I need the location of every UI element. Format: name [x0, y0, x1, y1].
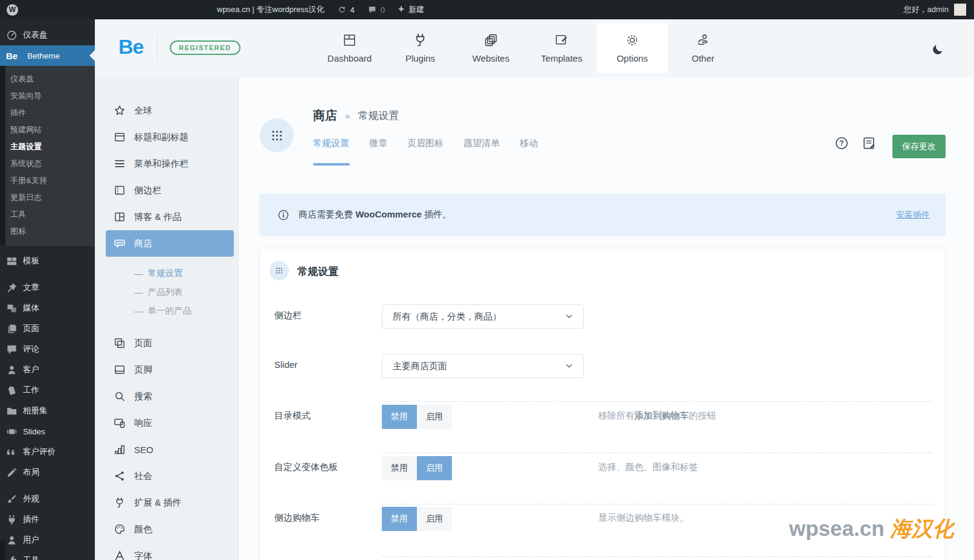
be-item-label: 页脚 — [134, 364, 152, 376]
sidebar-item-label: 工作 — [23, 385, 39, 396]
be-item-menu-actionbar[interactable]: 菜单和操作栏 — [95, 150, 238, 177]
sidebar-item-plugins[interactable]: 插件 — [0, 509, 95, 530]
betheme-logo-icon: Be — [6, 51, 22, 61]
banner-message: 商店需要免费 WooCommerce 插件。 — [298, 209, 451, 220]
dark-mode-toggle[interactable] — [931, 43, 947, 59]
field-label-sidebar: 侧边栏 — [274, 310, 302, 321]
person-icon — [6, 364, 18, 376]
moon-icon — [931, 43, 944, 56]
catalogue-enable-button[interactable]: 启用 — [417, 405, 452, 429]
sidebar-item-posts[interactable]: 文章 — [0, 277, 95, 298]
be-item-social[interactable]: 社会 — [95, 463, 238, 489]
sidebar-item-label: 工具 — [23, 555, 39, 560]
sidebar-item-works[interactable]: 工作 — [0, 380, 95, 401]
sidebar-item-comments[interactable]: 评论 — [0, 339, 95, 359]
share-icon — [114, 470, 126, 482]
swatches-enable-button[interactable]: 启用 — [417, 456, 452, 480]
be-item-seo[interactable]: SEO — [95, 436, 238, 463]
side-cart-disable-button[interactable]: 禁用 — [382, 507, 417, 531]
update-icon — [338, 5, 346, 14]
be-item-shop[interactable]: 商店 — [106, 230, 234, 257]
dash-bullet: — — [134, 288, 143, 297]
submenu-item-tools[interactable]: 工具 — [5, 206, 95, 223]
submenu-item-theme-options[interactable]: 主题设置 — [5, 138, 95, 155]
sidebar-item-tools[interactable]: 工具 — [0, 550, 95, 560]
banner-text-pre: 商店需要免费 — [298, 209, 355, 219]
nav-other[interactable]: Other — [668, 23, 738, 73]
star-icon — [114, 105, 126, 117]
bricks-icon — [6, 256, 18, 267]
be-item-blog-portfolio[interactable]: 博客 & 作品 — [95, 204, 238, 230]
comments-link[interactable]: 0 — [361, 0, 392, 19]
updates-link[interactable]: 4 — [331, 0, 361, 19]
avatar[interactable] — [954, 4, 966, 16]
be-item-fonts[interactable]: 字体 — [95, 542, 238, 560]
be-item-sidebar[interactable]: 侧边栏 — [95, 177, 238, 204]
page-title: 商店 — [313, 108, 337, 124]
field-label-side-cart: 侧边购物车 — [274, 512, 320, 524]
nav-dashboard[interactable]: Dashboard — [314, 23, 385, 73]
submenu-item-setup-wizard[interactable]: 安装向导 — [5, 88, 95, 105]
sidebar-item-pages[interactable]: 页面 — [0, 318, 95, 339]
be-item-footer[interactable]: 页脚 — [95, 356, 238, 383]
save-changes-button[interactable]: 保存更改 — [892, 135, 946, 158]
sidebar-select[interactable]: 所有（商店，分类，商品） — [382, 304, 584, 329]
be-item-search[interactable]: 搜索 — [95, 383, 238, 410]
nav-websites[interactable]: Websites — [456, 23, 526, 73]
tab-header-icons[interactable]: 页眉图标 — [407, 138, 443, 149]
submenu-item-icons[interactable]: 图标 — [5, 223, 95, 240]
nav-options[interactable]: Options — [597, 23, 668, 73]
submenu-item-plugins[interactable]: 插件 — [5, 105, 95, 121]
wp-logo-menu[interactable]: W — [0, 0, 25, 19]
be-item-addons-plugins[interactable]: 扩展 & 插件 — [95, 489, 238, 516]
be-item-title-subtitle[interactable]: 标题和副标题 — [95, 124, 238, 150]
shop-submenu-product-list[interactable]: — 产品列表 — [95, 283, 238, 301]
sidebar-item-appearance[interactable]: 外观 — [0, 489, 95, 509]
shop-submenu-label: 常规设置 — [148, 268, 183, 279]
changelog-button[interactable] — [862, 136, 876, 150]
sidebar-item-users[interactable]: 用户 — [0, 530, 95, 550]
site-name-link[interactable]: wpsea.cn | 专注wordpress汉化 — [25, 0, 331, 19]
page-edit-icon — [554, 33, 569, 48]
active-tab-underline — [313, 163, 350, 166]
page-icon-circle — [260, 118, 294, 152]
be-item-pages[interactable]: 页面 — [95, 330, 238, 356]
sidebar-item-testimonials[interactable]: 客户评价 — [0, 442, 95, 462]
be-item-global[interactable]: 全球 — [95, 97, 238, 124]
be-item-colors[interactable]: 颜色 — [95, 516, 238, 542]
swatches-disable-button[interactable]: 禁用 — [382, 456, 417, 480]
tab-general-settings[interactable]: 常规设置 — [313, 138, 349, 149]
clipboard-icon — [6, 385, 18, 396]
slider-select[interactable]: 主要商店页面 — [382, 354, 584, 378]
user-greeting[interactable]: 您好，admin — [904, 4, 949, 15]
shop-submenu-general[interactable]: — 常规设置 — [95, 264, 238, 283]
nav-templates[interactable]: Templates — [526, 23, 597, 73]
tab-mobile[interactable]: 移动 — [520, 138, 538, 149]
sidebar-item-layouts[interactable]: 布局 — [0, 462, 95, 483]
submenu-item-prebuilt-websites[interactable]: 预建网站 — [5, 121, 95, 138]
sidebar-item-templates[interactable]: 模板 — [0, 251, 95, 271]
sidebar-item-clients[interactable]: 客户 — [0, 359, 95, 380]
comment-icon — [6, 344, 18, 355]
sidebar-item-media[interactable]: 媒体 — [0, 298, 95, 318]
be-item-label: 页面 — [134, 338, 152, 349]
submenu-item-support[interactable]: 手册&支持 — [5, 172, 95, 189]
slider-select-value: 主要商店页面 — [393, 361, 447, 372]
plug-icon — [6, 514, 18, 526]
install-plugin-link[interactable]: 安装插件 — [896, 210, 930, 220]
be-item-responsive[interactable]: 响应 — [95, 410, 238, 436]
help-button[interactable] — [834, 136, 849, 150]
submenu-item-system-status[interactable]: 系统状态 — [5, 155, 95, 172]
tab-wishlist[interactable]: 愿望清单 — [463, 138, 500, 149]
sidebar-item-albums[interactable]: 相册集 — [0, 401, 95, 421]
nav-plugins[interactable]: Plugins — [385, 23, 456, 73]
catalogue-disable-button[interactable]: 禁用 — [382, 405, 417, 429]
variation-swatches-description: 选择、颜色、图像和标签 — [598, 462, 698, 473]
side-cart-enable-button[interactable]: 启用 — [417, 507, 452, 531]
submenu-item-dashboard[interactable]: 仪表盘 — [5, 71, 95, 88]
new-content-link[interactable]: + 新建 — [392, 0, 431, 19]
shop-submenu-single-product[interactable]: — 单一的产品 — [95, 301, 238, 320]
tab-badges[interactable]: 微章 — [369, 138, 387, 149]
sidebar-item-slides[interactable]: Slides — [0, 421, 95, 442]
submenu-item-changelog[interactable]: 更新日志 — [5, 189, 95, 206]
